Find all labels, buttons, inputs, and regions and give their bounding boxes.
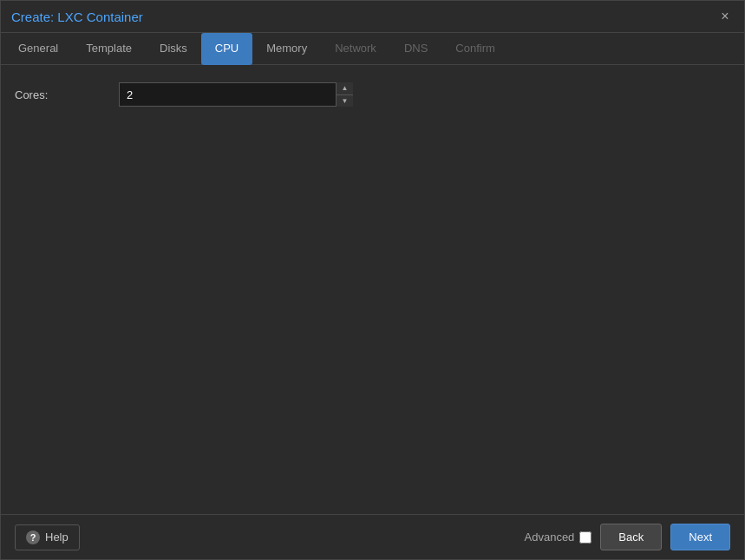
next-button[interactable]: Next <box>670 524 730 550</box>
help-button[interactable]: ? Help <box>15 524 80 550</box>
close-button[interactable]: × <box>716 8 734 25</box>
dialog-title: Create: LXC Container <box>11 10 143 24</box>
tab-bar: General Template Disks CPU Memory Networ… <box>1 33 744 65</box>
footer-right: Advanced Back Next <box>525 524 730 550</box>
cores-input[interactable] <box>119 82 353 107</box>
advanced-text: Advanced <box>525 531 575 544</box>
create-lxc-dialog: Create: LXC Container × General Template… <box>0 0 745 560</box>
footer-left: ? Help <box>15 524 80 550</box>
tab-confirm: Confirm <box>441 33 509 65</box>
tab-cpu[interactable]: CPU <box>201 33 252 65</box>
cores-row: Cores: ▲ ▼ <box>15 82 730 107</box>
spin-buttons: ▲ ▼ <box>336 82 353 107</box>
tab-memory[interactable]: Memory <box>252 33 321 65</box>
help-label: Help <box>45 531 69 544</box>
spin-down-button[interactable]: ▼ <box>337 95 353 107</box>
advanced-checkbox[interactable] <box>579 531 591 544</box>
back-button[interactable]: Back <box>600 524 662 550</box>
advanced-label: Advanced <box>525 531 592 544</box>
tab-disks[interactable]: Disks <box>146 33 201 65</box>
tab-network: Network <box>321 33 390 65</box>
tab-dns: DNS <box>390 33 441 65</box>
cores-spinbox-container: ▲ ▼ <box>119 82 353 107</box>
spin-up-button[interactable]: ▲ <box>337 82 353 95</box>
dialog-header: Create: LXC Container × <box>1 1 744 33</box>
help-icon: ? <box>26 531 40 544</box>
cores-label: Cores: <box>15 88 119 101</box>
tab-general[interactable]: General <box>4 33 72 65</box>
dialog-body: Cores: ▲ ▼ <box>1 65 744 514</box>
tab-template[interactable]: Template <box>72 33 146 65</box>
dialog-footer: ? Help Advanced Back Next <box>1 514 744 559</box>
